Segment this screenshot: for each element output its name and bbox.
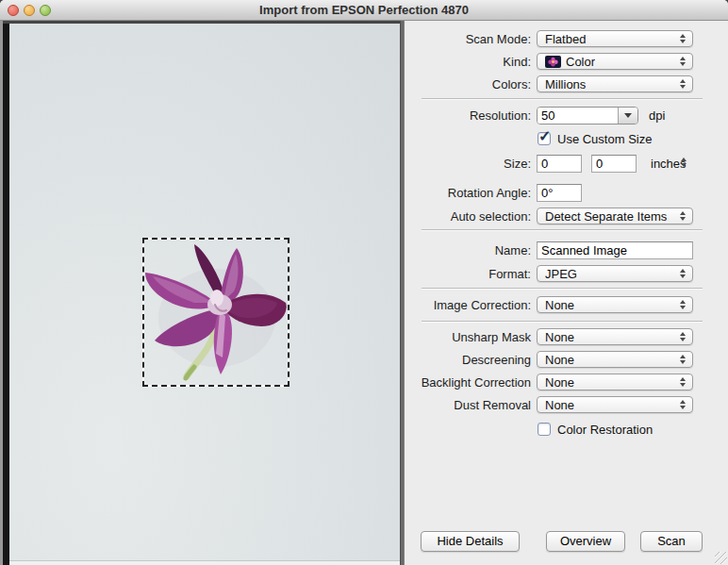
scan-preview[interactable] [0,21,400,565]
backlight-correction-label: Backlight Correction [422,374,531,391]
scan-top-edge [0,21,400,24]
selection-marquee[interactable] [142,238,290,387]
name-label: Name: [495,241,531,259]
use-custom-size-checkbox[interactable]: ✓ [538,132,551,145]
descreening-label: Descreening [462,351,531,369]
dpi-unit-label: dpi [649,107,665,125]
up-down-arrows-icon [680,34,686,43]
dropdown-arrow-icon[interactable] [618,108,637,124]
size-label: Size: [504,155,531,173]
unsharp-mask-select[interactable]: None [537,328,693,345]
hide-details-button[interactable]: Hide Details [421,531,520,552]
rotation-angle-input[interactable] [537,184,582,202]
separator [422,98,703,100]
resize-grip[interactable] [715,552,727,564]
kind-label: Kind: [503,53,531,71]
scan-mode-label: Scan Mode: [466,30,531,48]
scan-button[interactable]: Scan [640,531,703,552]
up-down-arrows-icon [680,400,686,409]
resolution-label: Resolution: [470,107,531,125]
up-down-arrows-icon [680,211,686,221]
separator [422,229,703,231]
titlebar[interactable]: Import from EPSON Perfection 4870 [0,0,728,21]
color-photo-icon [545,56,561,68]
settings-panel: Scan Mode: Flatbed Kind: Color [405,21,728,565]
scan-bottom-edge [0,560,400,565]
colors-label: Colors: [492,75,531,93]
colors-select[interactable]: Millions [537,75,693,92]
separator [422,288,703,290]
zoom-button[interactable] [40,5,51,16]
unsharp-mask-label: Unsharp Mask [452,328,531,346]
minimize-button[interactable] [24,5,35,16]
up-down-arrows-icon[interactable] [681,158,687,167]
dust-removal-select[interactable]: None [537,396,693,413]
import-window: Import from EPSON Perfection 4870 [0,0,728,565]
up-down-arrows-icon [680,57,686,66]
rotation-angle-label: Rotation Angle: [448,184,531,202]
kind-select[interactable]: Color [537,53,693,70]
format-label: Format: [488,265,531,283]
color-restoration-label[interactable]: Color Restoration [557,421,653,439]
close-button[interactable] [8,5,19,16]
auto-selection-select[interactable]: Detect Separate Items [537,208,693,224]
separator [422,321,703,323]
color-restoration-checkbox[interactable]: ✓ [538,423,551,436]
up-down-arrows-icon [680,269,686,278]
descreening-select[interactable]: None [537,351,693,368]
resolution-input[interactable] [538,108,619,124]
up-down-arrows-icon [680,300,686,309]
name-input[interactable] [537,241,693,259]
auto-selection-label: Auto selection: [451,208,531,225]
scanner-bed-edge [3,24,9,565]
dust-removal-label: Dust Removal [454,396,531,414]
use-custom-size-label[interactable]: Use Custom Size [557,130,652,148]
backlight-correction-select[interactable]: None [537,374,693,391]
window-title: Import from EPSON Perfection 4870 [0,0,728,21]
size-height-input[interactable] [591,155,637,173]
up-down-arrows-icon [680,377,686,387]
size-width-input[interactable] [537,155,582,173]
image-correction-select[interactable]: None [537,296,693,313]
up-down-arrows-icon [680,79,686,89]
resolution-combo[interactable] [537,107,638,125]
up-down-arrows-icon [680,355,686,364]
format-select[interactable]: JPEG [537,265,693,282]
overview-button[interactable]: Overview [546,531,625,552]
up-down-arrows-icon [680,332,686,341]
image-correction-label: Image Correction: [434,296,531,314]
scan-mode-select[interactable]: Flatbed [537,30,693,47]
